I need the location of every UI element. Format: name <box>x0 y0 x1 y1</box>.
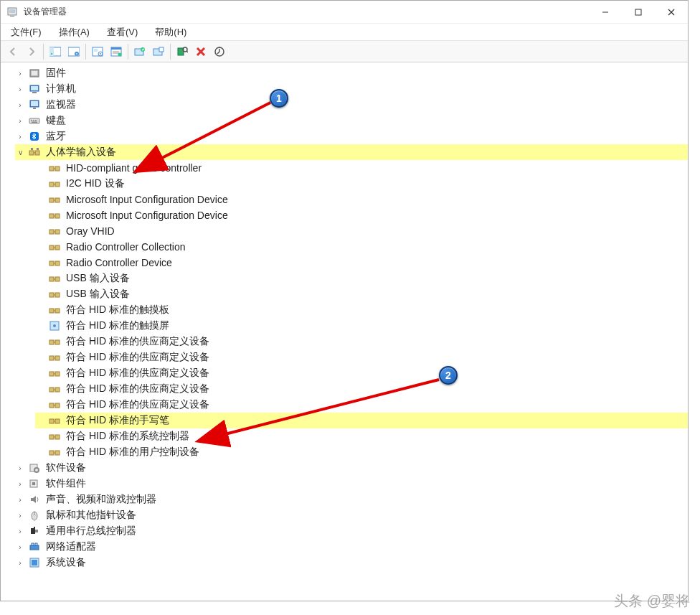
scan-hardware-button[interactable] <box>173 43 191 60</box>
expander-icon[interactable]: › <box>15 101 25 109</box>
tree-item[interactable]: 符合 HID 标准的供应商定义设备 <box>35 365 688 381</box>
events-button[interactable] <box>149 43 168 60</box>
tree-category[interactable]: ›计算机 <box>15 81 688 97</box>
tree-item[interactable]: Radio Controller Device <box>35 255 688 271</box>
tree-category[interactable]: ›蓝牙 <box>15 128 688 144</box>
expander-icon[interactable]: › <box>15 85 25 93</box>
tree-category[interactable]: ›监视器 <box>15 97 688 113</box>
expander-icon[interactable]: › <box>15 527 25 535</box>
uninstall-button[interactable] <box>191 43 210 60</box>
back-button[interactable] <box>4 43 22 60</box>
tree-category[interactable]: ›软件组件 <box>15 476 688 492</box>
tree-category[interactable]: ›软件设备 <box>15 460 688 476</box>
tree-item[interactable]: Microsoft Input Configuration Device <box>35 207 688 223</box>
tree-item[interactable]: 符合 HID 标准的供应商定义设备 <box>35 381 688 397</box>
svg-rect-50 <box>37 148 39 150</box>
svg-rect-87 <box>55 356 60 360</box>
tree-item[interactable]: 符合 HID 标准的供应商定义设备 <box>35 397 688 413</box>
hid-item-icon <box>48 430 61 443</box>
tree-category-label: 监视器 <box>44 98 78 112</box>
tree-item[interactable]: 符合 HID 标准的触摸板 <box>35 302 688 318</box>
svg-rect-89 <box>49 372 54 376</box>
tree-item[interactable]: HID-compliant game controller <box>35 160 688 176</box>
svg-rect-41 <box>31 120 32 121</box>
tree-category[interactable]: ›固件 <box>15 65 688 81</box>
tree-category[interactable]: ›通用串行总线控制器 <box>15 523 688 539</box>
device-manager-window: 设备管理器 文件(F) 操作(A) 查看(V) 帮助(H) ? ? <box>0 0 689 601</box>
tree-item-label: Radio Controller Device <box>64 256 174 269</box>
device-tree[interactable]: ›固件›计算机›监视器›键盘›蓝牙∨人体学输入设备HID-compliant g… <box>1 62 688 601</box>
expander-icon[interactable]: › <box>15 496 25 504</box>
tree-category[interactable]: ›鼠标和其他指针设备 <box>15 507 688 523</box>
tree-category-label: 键盘 <box>44 113 68 128</box>
tree-category[interactable]: ›系统设备 <box>15 555 688 571</box>
tree-category[interactable]: ›声音、视频和游戏控制器 <box>15 492 688 507</box>
svg-rect-54 <box>49 182 54 187</box>
annotation-badge-1: 1 <box>270 89 288 108</box>
properties-button[interactable] <box>107 43 126 60</box>
tree-item[interactable]: I2C HID 设备 <box>35 176 688 192</box>
show-tree-button[interactable] <box>46 43 65 60</box>
tree-category[interactable]: ∨人体学输入设备 <box>15 144 688 160</box>
svg-rect-58 <box>55 198 60 202</box>
forward-button[interactable] <box>22 43 41 60</box>
tree-item[interactable]: 符合 HID 标准的触摸屏 <box>35 318 688 334</box>
menu-file[interactable]: 文件(F) <box>6 24 46 40</box>
tree-item-label: 符合 HID 标准的供应商定义设备 <box>64 382 212 396</box>
expander-icon[interactable]: › <box>15 512 25 520</box>
tree-item[interactable]: USB 输入设备 <box>35 271 688 286</box>
software-device-icon <box>28 461 41 474</box>
tree-category-label: 系统设备 <box>44 555 88 570</box>
svg-line-28 <box>186 51 188 52</box>
tree-item[interactable]: 符合 HID 标准的用户控制设备 <box>35 444 688 460</box>
hid-item-icon <box>48 240 61 253</box>
menu-help[interactable]: 帮助(H) <box>151 24 191 40</box>
expander-icon[interactable]: › <box>15 480 25 488</box>
tree-item[interactable]: 符合 HID 标准的供应商定义设备 <box>35 349 688 365</box>
expander-icon[interactable]: › <box>15 559 25 567</box>
expander-icon[interactable]: › <box>15 117 25 125</box>
svg-rect-67 <box>55 245 60 250</box>
tree-item[interactable]: Microsoft Input Configuration Device <box>35 192 688 207</box>
expander-icon[interactable]: › <box>15 70 25 78</box>
expander-icon[interactable]: ∨ <box>15 149 25 156</box>
tree-item[interactable]: USB 输入设备 <box>35 286 688 302</box>
monitor-icon <box>28 98 41 111</box>
tree-category-label: 声音、视频和游戏控制器 <box>44 492 159 507</box>
tree-item[interactable]: Oray VHID <box>35 223 688 239</box>
maximize-button[interactable] <box>622 1 655 24</box>
update-driver-button[interactable] <box>210 43 229 60</box>
svg-rect-14 <box>94 49 98 52</box>
svg-rect-47 <box>35 151 39 155</box>
tree-item[interactable]: 符合 HID 标准的手写笔 <box>35 413 688 428</box>
expander-icon[interactable]: › <box>15 543 25 551</box>
tree-category-label: 软件设备 <box>44 461 88 475</box>
tree-item[interactable]: 符合 HID 标准的系统控制器 <box>35 428 688 444</box>
help2-button[interactable]: ? <box>88 43 107 60</box>
tree-item-label: HID-compliant game controller <box>64 161 204 174</box>
help-button[interactable]: ? <box>65 43 83 60</box>
svg-rect-51 <box>49 166 54 171</box>
menu-view[interactable]: 查看(V) <box>103 24 142 40</box>
tree-item-label: 符合 HID 标准的供应商定义设备 <box>64 366 212 380</box>
svg-rect-95 <box>49 403 54 408</box>
menu-action[interactable]: 操作(A) <box>55 24 94 40</box>
svg-rect-64 <box>55 230 60 234</box>
tree-item[interactable]: 符合 HID 标准的供应商定义设备 <box>35 334 688 349</box>
show-hidden-button[interactable] <box>131 43 149 60</box>
svg-rect-43 <box>35 120 37 121</box>
tree-item[interactable]: Radio Controller Collection <box>35 239 688 255</box>
hid-item-icon <box>48 414 61 427</box>
expander-icon[interactable]: › <box>15 464 25 472</box>
tree-category[interactable]: ›网络适配器 <box>15 539 688 555</box>
content-area: ›固件›计算机›监视器›键盘›蓝牙∨人体学输入设备HID-compliant g… <box>1 62 688 601</box>
close-button[interactable] <box>655 1 688 24</box>
svg-rect-69 <box>49 261 54 266</box>
usb-icon <box>28 525 41 537</box>
expander-icon[interactable]: › <box>15 133 25 141</box>
tree-category-label: 鼠标和其他指针设备 <box>44 508 138 522</box>
tree-category[interactable]: ›键盘 <box>15 113 688 128</box>
minimize-button[interactable] <box>589 1 622 24</box>
hid-item-icon <box>48 193 61 206</box>
watermark: 头条 @婴将 <box>614 591 690 611</box>
